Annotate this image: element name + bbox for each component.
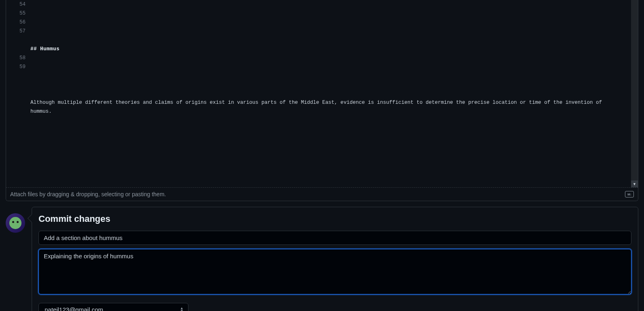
- commit-heading: Commit changes: [39, 214, 631, 224]
- code-editor: 54 55 56 57 58 59 ## Hummus Although mul…: [6, 0, 638, 201]
- attach-files-hint[interactable]: Attach files by dragging & dropping, sel…: [10, 191, 166, 197]
- markdown-icon[interactable]: M↓: [625, 191, 634, 197]
- line-number-gutter: 54 55 56 57 58 59: [6, 0, 30, 187]
- editor-scrollbar[interactable]: ▼: [631, 0, 638, 187]
- avatar[interactable]: [6, 213, 25, 233]
- editor-content[interactable]: ## Hummus Although multiple different th…: [30, 0, 638, 187]
- editor-body[interactable]: 54 55 56 57 58 59 ## Hummus Although mul…: [6, 0, 638, 187]
- commit-form: Commit changes natejl123@gmail.com ▲▼ Ch…: [32, 207, 638, 311]
- scroll-down-button[interactable]: ▼: [631, 180, 638, 187]
- commit-description-input[interactable]: [39, 249, 631, 294]
- editor-footer: Attach files by dragging & dropping, sel…: [6, 187, 638, 201]
- commit-email-select[interactable]: natejl123@gmail.com: [39, 303, 188, 311]
- commit-section: Commit changes natejl123@gmail.com ▲▼ Ch…: [0, 207, 644, 311]
- commit-summary-input[interactable]: [39, 231, 631, 245]
